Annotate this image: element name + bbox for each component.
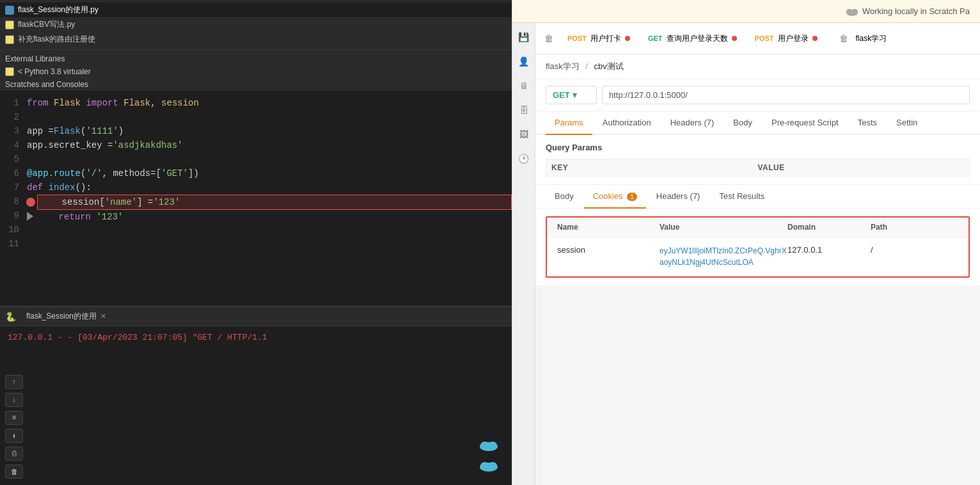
tab-body[interactable]: Body bbox=[724, 111, 761, 135]
tab-cbv[interactable]: flaskCBV写法.py bbox=[0, 17, 512, 32]
code-line-10 bbox=[27, 224, 512, 238]
col-domain-header: Domain bbox=[787, 223, 871, 232]
tab-route[interactable]: 补充flask的路由注册使 bbox=[0, 32, 512, 47]
resp-headers-tab[interactable]: Headers (7) bbox=[647, 185, 709, 209]
sidebar-save-icon[interactable]: 💾 bbox=[516, 29, 532, 45]
dot-punch bbox=[625, 36, 630, 41]
sidebar-image-icon[interactable]: 🖼 bbox=[516, 127, 532, 142]
ext-libs-label: External Libraries bbox=[5, 54, 65, 63]
postman-panel: Working locally in Scratch Pa 💾 👤 🖥 🗄 🖼 … bbox=[512, 0, 980, 485]
tab-cbv-label: flaskCBV写法.py bbox=[18, 19, 75, 30]
print-btn[interactable]: ⎙ bbox=[5, 447, 23, 461]
code-editor: 1 2 3 4 5 6 7 8 9 10 11 from Flask impor… bbox=[0, 91, 512, 306]
resp-body-tab[interactable]: Body bbox=[546, 185, 583, 209]
tab-session[interactable]: flask_Session的使用.py bbox=[0, 3, 512, 17]
down-list-btn[interactable]: ⬇ bbox=[5, 429, 23, 443]
code-line-6: @app.route('/', methods=['GET']) bbox=[27, 166, 512, 180]
code-line-7: def index(): bbox=[27, 180, 512, 195]
sidebar-person-icon[interactable]: 👤 bbox=[516, 54, 532, 69]
py3-icon bbox=[5, 35, 14, 44]
tab-settings[interactable]: Settin bbox=[887, 111, 926, 135]
cookie-name: session bbox=[557, 245, 660, 255]
session-code: session[ bbox=[40, 195, 105, 209]
tab-login[interactable]: POST 用户登录 bbox=[747, 28, 825, 49]
kw-flask-call: Flask bbox=[54, 124, 81, 138]
tab-params-label: Params bbox=[555, 118, 583, 127]
terminal-panel: 🐍 flask_Session的使用 ✕ 127.0.0.1 - - [03/A… bbox=[0, 306, 512, 485]
code-line-1: from Flask import Flask, session bbox=[27, 96, 512, 110]
python-label: < Python 3.8 virtualer bbox=[18, 67, 91, 76]
tab-tests[interactable]: Tests bbox=[849, 111, 886, 135]
postman-inner: 💾 👤 🖥 🗄 🖼 🕐 🗑 POST 用户打卡 GET 查询用户登录天数 bbox=[512, 23, 980, 485]
cookie-domain: 127.0.0.1 bbox=[787, 245, 871, 255]
svg-point-5 bbox=[488, 462, 497, 470]
col-path-header: Path bbox=[871, 223, 958, 232]
method-select[interactable]: GET ▾ bbox=[546, 86, 597, 104]
ide-file-tabs: flask_Session的使用.py flaskCBV写法.py 补充flas… bbox=[0, 0, 512, 91]
terminal-close[interactable]: ✕ bbox=[100, 312, 106, 321]
tab-prerequest-label: Pre-request Script bbox=[771, 118, 839, 127]
code-line-9: return '123' bbox=[37, 210, 512, 224]
code-line-5 bbox=[27, 152, 512, 166]
resp-test-results-tab[interactable]: Test Results bbox=[710, 185, 773, 209]
trash-icon-tab[interactable]: 🗑 bbox=[541, 28, 557, 49]
tab-flask[interactable]: 🗑 flask学习 bbox=[828, 23, 895, 54]
comma2: , methods=[ bbox=[102, 166, 161, 180]
terminal-left-buttons: ↑ ↓ ≡ ⬇ ⎙ 🗑 bbox=[5, 375, 23, 479]
tab-python[interactable]: < Python 3.8 virtualer bbox=[0, 65, 512, 78]
paren1: ( bbox=[81, 124, 86, 138]
sidebar-monitor-icon[interactable]: 🖥 bbox=[516, 78, 532, 93]
resp-test-results-label: Test Results bbox=[719, 191, 764, 201]
tab-headers[interactable]: Headers (7) bbox=[661, 111, 723, 135]
kw-at: @app.route bbox=[27, 166, 81, 180]
py-icon bbox=[5, 6, 14, 15]
resp-cookies-tab[interactable]: Cookies 1 bbox=[584, 185, 646, 209]
url-bar: GET ▾ bbox=[535, 79, 980, 111]
sidebar-clock-icon[interactable]: 🕐 bbox=[516, 151, 532, 166]
terminal-log: 127.0.0.1 - - [03/Apr/2023 21:07:05] "GE… bbox=[8, 331, 504, 344]
postman-topbar: Working locally in Scratch Pa bbox=[512, 0, 980, 23]
list-btn[interactable]: ≡ bbox=[5, 411, 23, 425]
tab-tests-label: Tests bbox=[858, 118, 877, 127]
sidebar-db-icon[interactable]: 🗄 bbox=[516, 102, 532, 118]
col-name-header: Name bbox=[557, 223, 660, 232]
resp-body-label: Body bbox=[555, 191, 574, 201]
code-line-8: session['name'] = '123' bbox=[37, 195, 512, 210]
down-arrow-btn[interactable]: ↓ bbox=[5, 393, 23, 407]
cookie-value: eyJuYW1lIljoiMTlzIn0.ZCrPeQ.VghrXaoyNLk1… bbox=[660, 245, 787, 268]
code-lines: 1 2 3 4 5 6 7 8 9 10 11 from Flask impor… bbox=[0, 91, 512, 306]
postman-sidebar: 💾 👤 🖥 🗄 🖼 🕐 bbox=[512, 23, 535, 485]
bracket-eq: ] = bbox=[137, 195, 153, 209]
resp-cookies-label: Cookies bbox=[593, 191, 623, 201]
tab-punch-label: 用户打卡 bbox=[590, 33, 621, 44]
tab-authorization[interactable]: Authorization bbox=[594, 111, 660, 135]
py2-icon bbox=[5, 20, 14, 29]
dot-query bbox=[732, 36, 737, 41]
code-content: from Flask import Flask, session app = F… bbox=[27, 96, 512, 301]
log-text: 127.0.0.1 - - [03/Apr/2023 21:07:05] "GE… bbox=[8, 333, 267, 342]
paren2: ) bbox=[118, 124, 123, 138]
kw-def: def bbox=[27, 180, 43, 195]
trash-btn[interactable]: 🗑 bbox=[5, 465, 23, 479]
response-tabs-bar: Body Cookies 1 Headers (7) Test Results bbox=[535, 185, 980, 209]
method-label: GET bbox=[553, 90, 570, 100]
tab-punch[interactable]: POST 用户打卡 bbox=[560, 28, 638, 49]
tab-ext-libs[interactable]: External Libraries bbox=[0, 52, 512, 65]
tab-query[interactable]: GET 查询用户登录天数 bbox=[640, 28, 745, 49]
tab-prerequest[interactable]: Pre-request Script bbox=[763, 111, 848, 135]
up-arrow-btn[interactable]: ↑ bbox=[5, 375, 23, 389]
str-get: 'GET' bbox=[161, 166, 188, 180]
tab-scratches[interactable]: Scratches and Consoles bbox=[0, 78, 512, 91]
svg-point-1 bbox=[480, 441, 489, 449]
cookie-path: / bbox=[871, 245, 958, 255]
url-input[interactable] bbox=[602, 86, 970, 104]
cookies-table-wrapper: Name Value Domain Path session eyJuYW1lI… bbox=[546, 216, 970, 278]
breadcrumb-current: cbv测试 bbox=[594, 61, 624, 71]
col-value-header: VALUE bbox=[758, 163, 965, 172]
comma: , bbox=[150, 96, 155, 110]
paren3: ( bbox=[81, 166, 86, 180]
tab-params[interactable]: Params bbox=[546, 111, 592, 135]
terminal-tab[interactable]: flask_Session的使用 ✕ bbox=[21, 310, 111, 323]
query-params-title: Query Params bbox=[546, 143, 970, 152]
svg-point-4 bbox=[480, 462, 489, 470]
